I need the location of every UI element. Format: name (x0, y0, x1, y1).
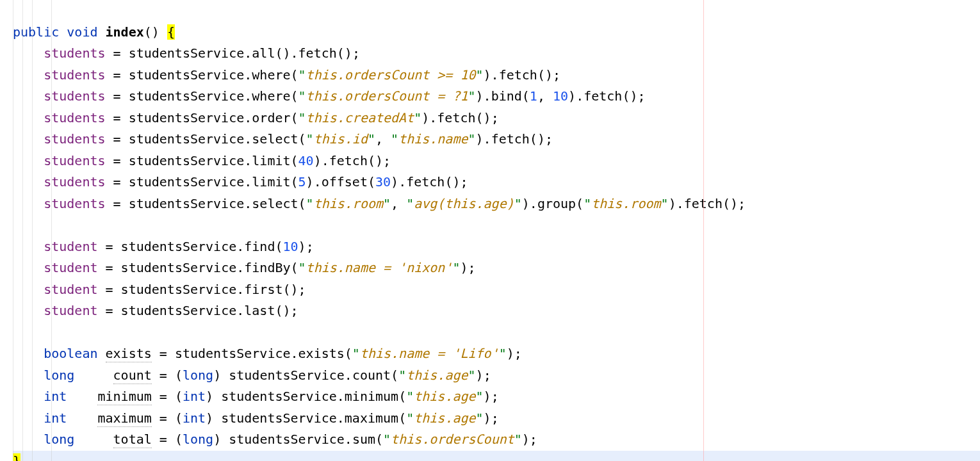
rparen: ) (730, 196, 738, 211)
var-minimum: minimum (97, 389, 151, 405)
code-line[interactable]: int minimum = (int) studentsService.mini… (13, 386, 980, 408)
method-fetch: fetch (491, 131, 530, 147)
quote: " (383, 196, 391, 211)
num-30: 30 (375, 174, 391, 190)
method-count: count (352, 368, 391, 383)
str-ordersCountEq: this.ordersCount = ?1 (306, 88, 468, 104)
dot: . (244, 67, 252, 83)
code-line[interactable]: student = studentsService.first(); (13, 279, 980, 301)
quote: " (476, 389, 484, 404)
code-line[interactable]: students = studentsService.all().fetch()… (13, 43, 980, 65)
str-nameLifo: this.name = 'Lifo' (360, 346, 499, 361)
svc: studentsService (121, 303, 237, 318)
current-line[interactable]: } (13, 451, 980, 462)
rparen: ) (484, 389, 491, 404)
code-line[interactable]: students = studentsService.where("this.o… (13, 86, 980, 108)
rparen: ) (391, 174, 398, 190)
lparen: ( (175, 432, 183, 447)
semi: ; (491, 410, 499, 426)
keyword-int: int (183, 389, 206, 404)
quote: " (468, 131, 476, 147)
method-find: find (244, 239, 275, 254)
quote: " (406, 389, 414, 404)
dot: . (244, 196, 252, 211)
equals: = (152, 432, 175, 447)
equals: = (97, 282, 120, 297)
semi: ; (291, 303, 298, 318)
rparen: ) (298, 239, 306, 254)
dot: . (484, 131, 491, 147)
rparen: ) (507, 346, 514, 361)
rparen: ) (306, 174, 314, 190)
code-line[interactable]: public void index() { (13, 22, 980, 44)
comma: , (375, 131, 391, 147)
lparen: ( (622, 88, 630, 104)
quote: " (306, 196, 314, 211)
semi: ; (514, 346, 522, 361)
code-line[interactable]: students = studentsService.where("this.o… (13, 65, 980, 86)
code-line[interactable]: boolean exists = studentsService.exists(… (13, 343, 980, 365)
code-line[interactable]: students = studentsService.order("this.c… (13, 108, 980, 129)
code-line[interactable]: long total = (long) studentsService.sum(… (13, 429, 980, 451)
rparen: ) (375, 153, 383, 168)
dot: . (244, 131, 252, 147)
str-nameNixon: this.name = 'nixon' (306, 260, 453, 275)
code-line[interactable]: students = studentsService.limit(5).offs… (13, 172, 980, 193)
rparen: ) (484, 110, 491, 125)
close-brace: } (13, 453, 20, 462)
equals: = (152, 410, 175, 426)
lparen: ( (391, 368, 398, 383)
code-line[interactable]: student = studentsService.last(); (13, 300, 980, 322)
lparen: ( (368, 153, 375, 168)
field-students: students (44, 110, 105, 125)
lparen: ( (275, 45, 282, 61)
open-brace: { (167, 24, 175, 40)
svc: studentsService (121, 282, 237, 297)
code-line[interactable]: students = studentsService.select("this.… (13, 129, 980, 150)
dot: . (314, 174, 322, 190)
lparen: ( (298, 131, 306, 147)
code-line[interactable]: int maximum = (int) studentsService.maxi… (13, 408, 980, 430)
lparen: ( (298, 196, 306, 211)
method-order: order (252, 110, 290, 125)
str-age: this.age (414, 410, 475, 426)
method-fetch: fetch (329, 153, 368, 168)
dot: . (676, 196, 684, 211)
method-minimum: minimum (345, 389, 398, 404)
quote: " (468, 88, 475, 104)
svc: studentsService (129, 153, 245, 168)
quote: " (368, 131, 375, 147)
dot: . (429, 110, 437, 125)
svc: studentsService (129, 88, 245, 104)
dot: . (244, 88, 252, 104)
rparen: ) (460, 260, 468, 275)
quote: " (452, 260, 460, 275)
keyword-long: long (183, 368, 213, 383)
quote: " (499, 346, 507, 361)
str-avgAge: avg(this.age) (414, 196, 514, 211)
code-line[interactable]: long count = (long) studentsService.coun… (13, 365, 980, 387)
code-line[interactable]: students = studentsService.limit(40).fet… (13, 150, 980, 172)
code-line-blank[interactable] (13, 214, 980, 236)
rparen: ) (630, 88, 637, 104)
lparen: ( (275, 239, 282, 254)
code-editor[interactable]: public void index() { students = student… (0, 0, 980, 461)
method-where: where (252, 88, 290, 104)
code-line[interactable]: students = studentsService.select("this.… (13, 193, 980, 215)
var-exists: exists (106, 346, 152, 362)
method-fetch: fetch (437, 110, 475, 125)
lparen: ( (375, 432, 383, 447)
code-line[interactable]: student = studentsService.findBy("this.n… (13, 257, 980, 279)
method-maximum: maximum (345, 410, 398, 426)
comma: , (537, 88, 553, 104)
rparen: ) (282, 303, 290, 318)
method-limit: limit (252, 174, 290, 190)
quote: " (661, 196, 669, 211)
svc: studentsService (221, 410, 337, 426)
rparen: ) (522, 432, 530, 447)
svc: studentsService (129, 67, 245, 83)
code-line[interactable]: student = studentsService.find(10); (13, 236, 980, 258)
semi: ; (352, 45, 360, 61)
code-line-blank[interactable] (13, 322, 980, 344)
indent-guide (51, 0, 52, 461)
